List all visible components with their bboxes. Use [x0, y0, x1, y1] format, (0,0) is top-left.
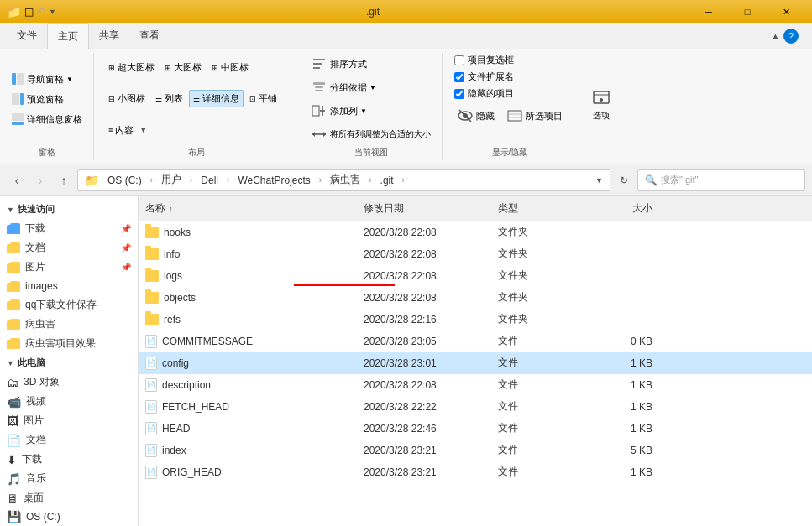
sidebar-item-download-pc[interactable]: ⬇ 下载	[0, 450, 138, 469]
maximize-button[interactable]: □	[728, 0, 767, 23]
group-by-button[interactable]: 分组依据 ▼	[306, 76, 380, 98]
forward-button[interactable]: ›	[30, 170, 50, 190]
tiles-icon: ⊡	[249, 95, 256, 103]
svg-rect-21	[508, 111, 521, 121]
tab-home[interactable]: 主页	[47, 23, 89, 49]
file-extension-toggle[interactable]: 文件扩展名	[453, 70, 516, 84]
up-button[interactable]: ↑	[54, 170, 74, 190]
file-extension-input[interactable]	[454, 72, 464, 82]
table-row[interactable]: hooks 2020/3/28 22:08 文件夹	[139, 221, 812, 243]
table-row[interactable]: 📄 description 2020/3/28 22:08 文件 1 KB	[139, 374, 812, 396]
table-row[interactable]: 📄 FETCH_HEAD 2020/3/28 22:22 文件 1 KB	[139, 396, 812, 418]
table-row[interactable]: objects 2020/3/28 22:08 文件夹	[139, 287, 812, 309]
sidebar-item-pest[interactable]: 病虫害	[0, 315, 138, 334]
table-row[interactable]: 📄 HEAD 2020/3/28 22:46 文件 1 KB	[139, 418, 812, 440]
sidebar-item-pest-effect[interactable]: 病虫害项目效果	[0, 334, 138, 353]
svg-rect-1	[17, 73, 24, 85]
search-bar[interactable]: 🔍 搜索".git"	[637, 169, 805, 191]
file-type-index: 文件	[491, 441, 592, 459]
table-row[interactable]: info 2020/3/28 22:08 文件夹	[139, 243, 812, 265]
tab-share[interactable]: 共享	[89, 23, 129, 49]
sort-by-button[interactable]: 排序方式	[306, 53, 371, 75]
table-row[interactable]: 📄 COMMITMESSAGE 2020/3/28 23:05 文件 0 KB	[139, 331, 812, 352]
options-button[interactable]: 选项	[584, 86, 618, 124]
documents-pc-icon: 📄	[7, 434, 21, 447]
table-row[interactable]: 📄 index 2020/3/28 23:21 文件 5 KB	[139, 440, 812, 461]
back-button[interactable]: ‹	[7, 170, 27, 190]
nav-pane-button[interactable]: 导航窗格 ▼	[7, 70, 86, 88]
breadcrumb-dell[interactable]: Dell	[196, 173, 223, 188]
fit-columns-button[interactable]: 将所有列调整为合适的大小	[306, 123, 435, 145]
close-button[interactable]: ✕	[767, 0, 805, 23]
3d-icon: 🗂	[7, 376, 18, 389]
details-view-button[interactable]: ☰ 详细信息	[189, 90, 244, 107]
large-icons-button[interactable]: ⊞ 大图标	[160, 59, 206, 76]
sidebar-item-documents-pc[interactable]: 📄 文档	[0, 430, 138, 450]
table-row[interactable]: 📄 config 2020/3/28 23:01 文件 1 KB	[139, 352, 812, 374]
address-bar[interactable]: 📁 OS (C:) › 用户 › Dell › WeChatProjects ›…	[77, 169, 610, 191]
sidebar-item-images[interactable]: images	[0, 277, 138, 295]
video-label: 视频	[26, 394, 46, 409]
sidebar-item-pictures[interactable]: 图片 📌	[0, 258, 138, 277]
tiles-view-button[interactable]: ⊡ 平铺	[245, 90, 281, 107]
pin-icon-download: 📌	[121, 224, 131, 233]
add-column-button[interactable]: 添加列 ▼	[306, 100, 371, 122]
sidebar-item-c-drive[interactable]: 💾 OS (C:)	[0, 508, 138, 526]
breadcrumb-wechat[interactable]: WeChatProjects	[233, 173, 315, 188]
ribbon-group-pane: 导航窗格 ▼ 预览窗格 详细信息窗格	[7, 53, 94, 160]
list-view-button[interactable]: ☰ 列表	[151, 90, 187, 107]
col-size[interactable]: 大小	[592, 200, 659, 217]
sidebar-item-documents[interactable]: 文档 📌	[0, 238, 138, 258]
file-date-config: 2020/3/28 23:01	[357, 356, 491, 371]
sidebar-item-qq-download[interactable]: qq下载文件保存	[0, 295, 138, 315]
file-name-logs: logs	[139, 268, 357, 284]
table-row[interactable]: refs 2020/3/28 22:16 文件夹	[139, 309, 812, 331]
app-icon-undo: ↶	[37, 6, 45, 18]
content-view-button[interactable]: ≡ 内容	[104, 122, 138, 139]
medium-icons-button[interactable]: ⊞ 中图标	[207, 59, 253, 76]
col-name[interactable]: 名称 ↑	[139, 200, 357, 217]
small-icon: ⊟	[108, 95, 115, 103]
title-bar-icons: 📁 ◫ ↶ ▼	[7, 5, 56, 18]
col-date[interactable]: 修改日期	[357, 200, 491, 217]
breadcrumb-git[interactable]: .git	[375, 173, 399, 188]
ribbon-collapse-icon[interactable]: ▲	[771, 31, 780, 41]
refresh-button[interactable]: ↻	[614, 169, 634, 191]
sidebar-item-pictures-pc[interactable]: 🖼 图片	[0, 411, 138, 430]
table-row[interactable]: 📄 ORIG_HEAD 2020/3/28 23:21 文件 1 KB	[139, 461, 812, 483]
hidden-items-toggle[interactable]: 隐藏的项目	[453, 86, 516, 101]
details-pane-icon	[11, 112, 24, 126]
file-type-hooks: 文件夹	[491, 223, 592, 241]
preview-pane-button[interactable]: 预览窗格	[7, 90, 86, 108]
tab-view[interactable]: 查看	[129, 23, 170, 49]
layout-expand-btn[interactable]: ▼	[139, 126, 147, 134]
pane-group-label: 窗格	[7, 145, 86, 160]
hidden-items-input[interactable]	[454, 89, 464, 99]
item-checkbox-input[interactable]	[454, 55, 464, 65]
minimize-button[interactable]: ─	[689, 0, 728, 23]
item-checkbox-toggle[interactable]: 项目复选框	[453, 53, 516, 67]
selected-items-button[interactable]: 所选项目	[502, 105, 567, 127]
tab-file[interactable]: 文件	[7, 23, 47, 49]
sidebar-item-3d[interactable]: 🗂 3D 对象	[0, 372, 138, 392]
table-row[interactable]: logs 2020/3/28 22:08 文件夹	[139, 265, 812, 287]
hide-button[interactable]: 隐藏	[453, 105, 499, 127]
details-pane-button[interactable]: 详细信息窗格	[7, 110, 86, 128]
small-icons-button[interactable]: ⊟ 小图标	[104, 90, 149, 107]
dropdown-arrow[interactable]: ▼	[49, 8, 56, 16]
breadcrumb-bugfolder[interactable]: 病虫害	[325, 171, 365, 189]
sort-arrow-name: ↑	[169, 205, 173, 213]
pest-label: 病虫害	[25, 317, 55, 331]
breadcrumb-users[interactable]: 用户	[156, 171, 186, 189]
sidebar-item-download[interactable]: 下载 📌	[0, 219, 138, 238]
ribbon-help-icon[interactable]: ?	[783, 29, 799, 44]
file-size-commitmessage: 0 KB	[592, 334, 659, 349]
sidebar-item-desktop[interactable]: 🖥 桌面	[0, 488, 138, 508]
breadcrumb-c-drive[interactable]: OS (C:)	[102, 173, 147, 188]
file-icon-orig-head: 📄	[145, 466, 157, 479]
address-dropdown-icon[interactable]: ▼	[595, 176, 603, 185]
sidebar-item-music[interactable]: 🎵 音乐	[0, 469, 138, 488]
sidebar-item-video[interactable]: 📹 视频	[0, 392, 138, 411]
col-type[interactable]: 类型	[491, 200, 592, 217]
extra-large-icons-button[interactable]: ⊞ 超大图标	[104, 59, 159, 76]
